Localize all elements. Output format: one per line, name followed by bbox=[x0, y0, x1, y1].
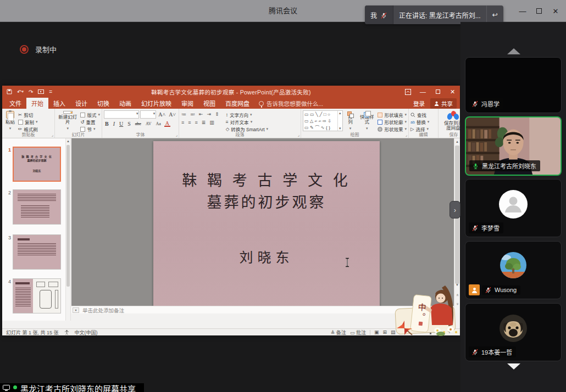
slide-thumbnail-4[interactable] bbox=[13, 278, 61, 313]
participant-tile[interactable]: 19本姜一哲 bbox=[465, 303, 562, 361]
align-left-icon[interactable]: ≡ bbox=[181, 120, 185, 125]
dialog-launcher-icon[interactable]: ⌟ bbox=[176, 133, 177, 137]
shrink-font-icon[interactable]: A˅ bbox=[168, 111, 177, 117]
align-center-icon[interactable]: ≡ bbox=[187, 120, 191, 125]
shadow-button[interactable]: S bbox=[126, 121, 132, 127]
line-spacing-icon[interactable]: ⇕ bbox=[214, 111, 220, 117]
jump-to-speaker-button[interactable]: ↩ bbox=[486, 5, 503, 24]
thumbnail-row-2[interactable]: 2 bbox=[4, 189, 61, 225]
save-icon[interactable] bbox=[7, 89, 12, 94]
paste-button[interactable]: 粘贴 ▾ bbox=[4, 110, 16, 131]
slide-thumbnail-3[interactable] bbox=[13, 234, 61, 270]
me-chip[interactable]: 我 bbox=[365, 5, 393, 24]
shapes-gallery-scrollbar[interactable]: ▲▼ bbox=[337, 111, 342, 131]
participant-tile[interactable]: 冯恩学 bbox=[465, 57, 562, 113]
italic-button[interactable]: I bbox=[112, 121, 116, 127]
new-slide-button[interactable]: 新建幻灯片 ▾ bbox=[57, 110, 79, 131]
pp-close-button[interactable]: ✕ bbox=[445, 86, 460, 98]
scrollbar-thumb[interactable] bbox=[66, 145, 70, 287]
change-case-button[interactable]: Aa bbox=[154, 121, 162, 126]
numbering-icon[interactable]: ≕ bbox=[190, 111, 196, 117]
replace-icon: ab bbox=[410, 120, 415, 124]
quick-styles-button[interactable]: 快速样式 ▾ bbox=[358, 110, 376, 131]
thumbnail-row-1[interactable]: 1 靺 鞨 考 古 学 文 化 墓葬的初步观察 刘晓东 bbox=[4, 147, 61, 182]
tab-insert[interactable]: 插入 bbox=[48, 98, 70, 109]
save-to-baidu-button[interactable]: 保存到百度网盘 bbox=[440, 110, 460, 131]
undo-icon[interactable]: ↶▾ bbox=[17, 89, 24, 95]
layout-button[interactable]: 版式▾ bbox=[80, 111, 100, 118]
shape-outline-button[interactable]: 形状轮廓▾ bbox=[378, 119, 407, 125]
justify-icon[interactable]: ≣ bbox=[201, 120, 207, 125]
slide-thumbnail-2[interactable] bbox=[13, 189, 61, 225]
reset-button[interactable]: ↺重置 bbox=[80, 119, 100, 125]
pp-minimize-button[interactable]: — bbox=[415, 86, 430, 98]
pp-restore-button[interactable] bbox=[430, 86, 445, 98]
ime-pet-widget[interactable]: 中。 bbox=[384, 281, 460, 336]
shapes-gallery[interactable]: ▭▭╲╱□○▭△⌐⌐⇨⇩▭✎⌒∿{} ▲▼ bbox=[303, 110, 343, 131]
sign-in-link[interactable]: 登录 bbox=[413, 99, 425, 108]
decrease-indent-icon[interactable]: ⇤ bbox=[198, 111, 204, 117]
scroll-up-arrow-icon[interactable]: ▲ bbox=[66, 138, 70, 144]
grow-font-icon[interactable]: A˄ bbox=[157, 111, 167, 117]
underline-button[interactable]: U bbox=[118, 121, 124, 127]
redo-icon[interactable]: ↷ bbox=[29, 89, 33, 95]
shape-fill-button[interactable]: 形状填充▾ bbox=[378, 111, 407, 118]
share-button[interactable]: 共享 bbox=[430, 98, 457, 109]
language-text[interactable]: 中文(中国) bbox=[75, 329, 98, 336]
tab-transitions[interactable]: 切换 bbox=[92, 98, 114, 109]
close-button[interactable]: ✕ bbox=[547, 4, 564, 18]
comments-toggle[interactable]: ▭ 批注 bbox=[350, 329, 366, 336]
customize-qat-icon[interactable]: = bbox=[49, 89, 52, 95]
collapse-notes-icon[interactable]: ▾ bbox=[73, 307, 79, 313]
font-name-combobox[interactable] bbox=[104, 110, 139, 119]
tab-baidu-netdisk[interactable]: 百度网盘 bbox=[220, 98, 254, 109]
arrange-button[interactable]: 排列 ▾ bbox=[345, 110, 356, 131]
ribbon-display-options-icon[interactable] bbox=[401, 86, 415, 98]
current-slide-canvas[interactable]: 靺 鞨 考 古 学 文 化 墓葬的初步观察 刘晓东 bbox=[153, 141, 380, 311]
tell-me-box[interactable]: 告诉我您想要做什么... bbox=[254, 98, 328, 109]
font-size-combobox[interactable] bbox=[140, 110, 156, 119]
strikethrough-button[interactable]: abc bbox=[134, 121, 142, 126]
dialog-launcher-icon[interactable]: ⌟ bbox=[298, 133, 299, 137]
tab-view[interactable]: 视图 bbox=[198, 98, 220, 109]
participant-tile-speaking[interactable]: 黑龙江考古所刘晓东 bbox=[465, 116, 562, 176]
columns-icon[interactable]: ▥ bbox=[209, 120, 215, 125]
maximize-button[interactable] bbox=[531, 4, 547, 18]
text-direction-button[interactable]: ↕文字方向▾ bbox=[226, 111, 268, 118]
character-spacing-button[interactable]: AV bbox=[145, 121, 153, 126]
tab-animations[interactable]: 动画 bbox=[114, 98, 136, 109]
tab-review[interactable]: 审阅 bbox=[176, 98, 198, 109]
replace-button[interactable]: ab替换▾ bbox=[410, 119, 429, 125]
slide-thumbnail-1[interactable]: 靺 鞨 考 古 学 文 化 墓葬的初步观察 刘晓东 bbox=[13, 147, 61, 182]
bold-button[interactable]: B bbox=[104, 121, 110, 127]
tab-design[interactable]: 设计 bbox=[70, 98, 92, 109]
scroll-participants-down-icon[interactable] bbox=[507, 363, 520, 369]
thumbnail-row-3[interactable]: 3 bbox=[4, 234, 61, 270]
copy-button[interactable]: 复制▾ bbox=[18, 119, 38, 125]
dialog-launcher-icon[interactable]: ⌟ bbox=[406, 133, 407, 137]
normal-view-icon[interactable]: ▣ bbox=[374, 329, 379, 335]
cut-button[interactable]: ✂剪切 bbox=[18, 111, 38, 118]
paste-icon bbox=[6, 111, 14, 119]
thumbnails-scrollbar[interactable]: ▲ bbox=[66, 138, 71, 321]
scroll-participants-up-icon[interactable] bbox=[507, 48, 520, 54]
bullets-icon[interactable]: ≔ bbox=[181, 111, 187, 117]
increase-indent-icon[interactable]: ⇥ bbox=[207, 111, 212, 117]
tab-home[interactable]: 开始 bbox=[26, 98, 48, 109]
find-button[interactable]: 查找 bbox=[410, 111, 429, 118]
start-slideshow-icon[interactable] bbox=[38, 89, 44, 94]
dialog-launcher-icon[interactable]: ⌟ bbox=[52, 133, 53, 137]
align-right-icon[interactable]: ≡ bbox=[195, 120, 198, 125]
thumbnail-row-4[interactable]: 4 bbox=[4, 278, 61, 313]
align-text-button[interactable]: ≡对齐文本▾ bbox=[226, 119, 268, 125]
font-color-button[interactable]: A bbox=[164, 121, 170, 127]
participant-tile[interactable]: 李梦雪 bbox=[465, 179, 562, 237]
collapse-sidebar-handle[interactable]: › bbox=[450, 201, 460, 219]
tab-file[interactable]: 文件 bbox=[4, 98, 26, 109]
notes-placeholder[interactable]: 单击此处添加备注 bbox=[82, 306, 124, 314]
notes-toggle[interactable]: ≜ 备注 bbox=[331, 329, 346, 336]
participant-tile[interactable]: Wusong bbox=[465, 241, 562, 299]
minimize-button[interactable]: — bbox=[514, 4, 531, 18]
tab-slideshow[interactable]: 幻灯片放映 bbox=[136, 98, 176, 109]
scroll-up-arrow-icon[interactable]: ▲ bbox=[454, 138, 460, 145]
